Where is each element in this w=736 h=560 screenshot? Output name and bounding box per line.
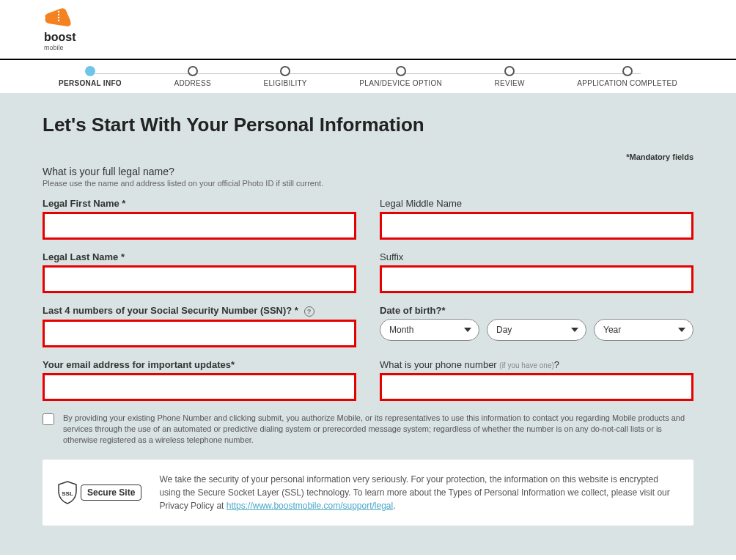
email-input[interactable] bbox=[43, 373, 356, 401]
ssl-badge: SSL Secure Site bbox=[57, 481, 141, 504]
dob-label: Date of birth?* bbox=[380, 305, 693, 316]
privacy-policy-link[interactable]: https://www.boostmobile.com/support/lega… bbox=[227, 501, 393, 511]
first-name-input[interactable] bbox=[43, 212, 356, 240]
middle-name-label: Legal Middle Name bbox=[380, 198, 693, 209]
last-name-input[interactable] bbox=[43, 265, 356, 293]
phone-label: What is your phone number (if you have o… bbox=[380, 359, 693, 370]
step-circle-icon bbox=[280, 66, 290, 76]
ssn-input[interactable] bbox=[43, 320, 356, 347]
svg-point-3 bbox=[58, 20, 59, 21]
name-question: What is your full legal name? bbox=[43, 166, 693, 177]
main-form-area: Let's Start With Your Personal Informati… bbox=[0, 93, 736, 555]
ssn-label: Last 4 numbers of your Social Security N… bbox=[43, 305, 356, 317]
step-eligibility[interactable]: ELIGIBILITY bbox=[263, 66, 306, 87]
step-circle-icon bbox=[396, 66, 406, 76]
step-circle-icon bbox=[504, 66, 515, 76]
email-label: Your email address for important updates… bbox=[43, 359, 356, 370]
secure-text: We take the security of your personal in… bbox=[159, 473, 679, 512]
header: boost mobile bbox=[0, 0, 736, 59]
step-completed[interactable]: APPLICATION COMPLETED bbox=[577, 66, 677, 87]
last-name-label: Legal Last Name * bbox=[43, 251, 356, 262]
svg-point-0 bbox=[58, 11, 59, 12]
svg-point-2 bbox=[58, 17, 59, 18]
boost-logo-icon bbox=[44, 7, 73, 28]
progress-steps: PERSONAL INFO ADDRESS ELIGIBILITY PLAN/D… bbox=[0, 60, 736, 93]
logo-subtext: mobile bbox=[44, 44, 76, 51]
step-personal-info[interactable]: PERSONAL INFO bbox=[59, 66, 122, 87]
shield-icon: SSL bbox=[57, 481, 78, 504]
dob-month-select[interactable]: Month bbox=[380, 319, 479, 341]
step-address[interactable]: ADDRESS bbox=[174, 66, 210, 87]
svg-text:SSL: SSL bbox=[62, 490, 73, 497]
suffix-input[interactable] bbox=[380, 265, 693, 293]
step-plan-device[interactable]: PLAN/DEVICE OPTION bbox=[359, 66, 442, 87]
svg-point-1 bbox=[58, 14, 59, 15]
consent-row: By providing your existing Phone Number … bbox=[43, 413, 693, 446]
consent-text: By providing your existing Phone Number … bbox=[63, 413, 693, 446]
step-circle-icon bbox=[622, 66, 633, 76]
middle-name-input[interactable] bbox=[380, 212, 693, 240]
name-question-sub: Please use the name and address listed o… bbox=[43, 179, 693, 188]
secure-site-box: SSL Secure Site We take the security of … bbox=[43, 460, 693, 526]
logo-text: boost bbox=[44, 31, 76, 44]
help-icon[interactable]: ? bbox=[304, 306, 314, 317]
mandatory-note: *Mandatory fields bbox=[43, 152, 693, 161]
first-name-label: Legal First Name * bbox=[43, 198, 356, 209]
logo[interactable]: boost mobile bbox=[44, 7, 76, 51]
dob-year-select[interactable]: Year bbox=[594, 319, 693, 341]
step-circle-icon bbox=[85, 66, 95, 76]
phone-input[interactable] bbox=[380, 373, 693, 401]
page-title: Let's Start With Your Personal Informati… bbox=[43, 114, 693, 136]
suffix-label: Suffix bbox=[380, 251, 693, 262]
secure-site-pill: Secure Site bbox=[81, 485, 141, 501]
dob-day-select[interactable]: Day bbox=[487, 319, 586, 341]
consent-checkbox[interactable] bbox=[43, 413, 54, 425]
step-review[interactable]: REVIEW bbox=[495, 66, 525, 87]
step-circle-icon bbox=[188, 66, 198, 76]
